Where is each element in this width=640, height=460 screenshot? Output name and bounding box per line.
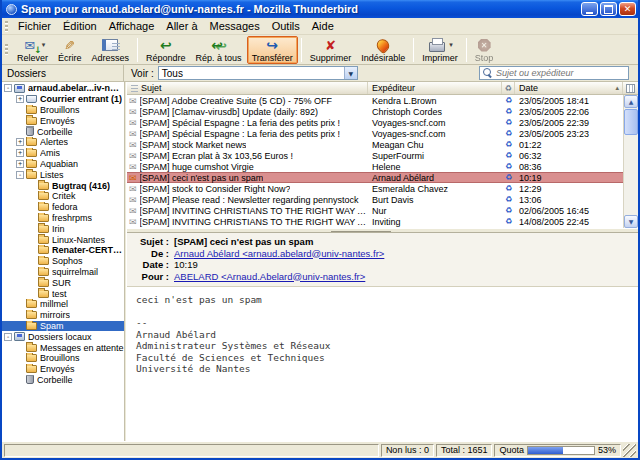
search-input[interactable] (496, 68, 625, 78)
ecrire-button[interactable]: Écrire (53, 36, 87, 64)
menu-aller-a[interactable]: Aller à (160, 19, 203, 33)
menu-fichier[interactable]: Fichier (12, 19, 57, 33)
message-sender: Helene (368, 162, 502, 172)
folder-icon (38, 257, 49, 265)
view-filter-select[interactable]: Tous ▼ (158, 66, 358, 80)
folder-spam[interactable]: Spam (2, 321, 124, 332)
collapse-icon[interactable]: - (4, 84, 12, 92)
resize-grip[interactable] (623, 444, 636, 457)
dropdown-arrow-icon[interactable]: ▾ (449, 41, 453, 49)
repondre-button[interactable]: Répondre (141, 36, 191, 64)
message-row[interactable]: ✉[SPAM] huge cumshot VirgieHelene♻08:36 (127, 161, 623, 172)
column-header-junk[interactable]: ♻ (502, 82, 515, 94)
folder-bugtraq-416[interactable]: Bugtraq (416) (2, 180, 124, 191)
folder-mirroirs[interactable]: mirroirs (2, 310, 124, 321)
message-row[interactable]: ✉[SPAM] Adobe Creative Suite (5 CD) - 75… (127, 95, 623, 106)
message-row[interactable]: ✉[SPAM] [Clamav-virusdb] Update (daily: … (127, 106, 623, 117)
menu-outils[interactable]: Outils (266, 19, 306, 33)
column-picker-button[interactable] (623, 82, 638, 94)
message-list-scrollbar[interactable]: ▲ ▼ (623, 95, 638, 228)
message-row[interactable]: ✉[SPAM] Ecran plat à 3x 103,56 Euros !Su… (127, 150, 623, 161)
message-row[interactable]: ✉[SPAM] stock to Consider Right Now?Esme… (127, 183, 623, 194)
menu-aide[interactable]: Aide (306, 19, 340, 33)
message-row[interactable]: ✉[SPAM] Spécial Espagne : La feria des p… (127, 128, 623, 139)
folder-arnaud-abelar-iv-nantes-fr[interactable]: -arnaud.abelar...iv-nantes.fr (2, 83, 124, 94)
folder-courrier-entrant-1[interactable]: +Courrier entrant (1) (2, 94, 124, 105)
dropdown-arrow-icon[interactable]: ▾ (42, 41, 46, 49)
folder-renater-cert-7[interactable]: Renater-CERT (7) (2, 245, 124, 256)
folder-fedora[interactable]: fedora (2, 202, 124, 213)
expand-icon[interactable]: + (16, 95, 24, 103)
menu-messages[interactable]: Messages (204, 19, 266, 33)
imprimer-button[interactable]: ▾Imprimer (417, 36, 463, 64)
folder-test[interactable]: test (2, 288, 124, 299)
column-header-sender[interactable]: Expéditeur (368, 82, 502, 94)
expander-spacer (28, 182, 36, 190)
rep-a-tous-button[interactable]: Rép. à tous (191, 36, 247, 64)
expand-icon[interactable]: + (16, 149, 24, 157)
scrollbar-track[interactable] (624, 108, 638, 215)
toolbar-grip[interactable] (5, 44, 8, 55)
transferer-button[interactable]: Transférer (247, 36, 298, 64)
toolbar-button-label: Relever (17, 53, 48, 63)
folder-dossiers-locaux[interactable]: -Dossiers locaux (2, 331, 124, 342)
folder-messages-en-attente[interactable]: Messages en attente (2, 342, 124, 353)
close-button[interactable] (619, 2, 636, 16)
folder-amis[interactable]: +Amis (2, 148, 124, 159)
folder-aquabian[interactable]: +Aquabian (2, 159, 124, 170)
folder-alertes[interactable]: +Alertes (2, 137, 124, 148)
inbox-icon (26, 95, 37, 103)
scroll-down-icon[interactable]: ▼ (624, 215, 638, 228)
scrollbar-thumb[interactable] (624, 109, 638, 135)
folder-envoyes[interactable]: Envoyés (2, 364, 124, 375)
folder-icon (26, 300, 37, 308)
column-header-subject[interactable]: Sujet (127, 82, 368, 94)
expand-icon[interactable]: + (16, 160, 24, 168)
adresses-button[interactable]: Adresses (87, 36, 135, 64)
folder-sophos[interactable]: Sophos (2, 256, 124, 267)
collapse-icon[interactable]: - (16, 171, 24, 179)
folder-corbeille[interactable]: Corbeille (2, 375, 124, 386)
folder-brouillons[interactable]: Brouillons (2, 105, 124, 116)
message-row[interactable]: ✉[SPAM] stock Market newsMeagan Chu♻01:2… (127, 139, 623, 150)
junk-status-icon: ♻ (502, 195, 515, 204)
minimize-button[interactable] (581, 2, 598, 16)
folder-label: Brouillons (40, 105, 80, 115)
from-address-link[interactable]: Arnaud Abélard <arnaud.abelard@univ-nant… (174, 248, 384, 260)
folder-brouillons[interactable]: Brouillons (2, 353, 124, 364)
relever-button[interactable]: ▾Relever (12, 36, 53, 64)
folder-critek[interactable]: Critek (2, 191, 124, 202)
chevron-down-icon[interactable]: ▼ (344, 67, 357, 79)
preview-splitter[interactable] (127, 228, 638, 233)
menubar-grip[interactable] (5, 21, 8, 32)
folder-envoyes[interactable]: Envoyés (2, 115, 124, 126)
stop-button[interactable]: Stop (470, 36, 499, 64)
message-row[interactable]: ✉[SPAM] INVITING CHRISTIANS TO THE RIGHT… (127, 205, 623, 216)
menu-affichage[interactable]: Affichage (103, 19, 161, 33)
title-bar[interactable]: Spam pour arnaud.abelard@univ-nantes.fr … (2, 0, 638, 18)
expand-icon[interactable]: + (16, 138, 24, 146)
folder-listes[interactable]: -Listes (2, 169, 124, 180)
search-box[interactable] (479, 66, 629, 80)
message-subject: [SPAM] stock Market news (140, 140, 247, 150)
menu-edition[interactable]: Édition (57, 19, 103, 33)
scroll-up-icon[interactable]: ▲ (624, 95, 638, 108)
folder-squirrelmail[interactable]: squirrelmail (2, 267, 124, 278)
folder-linux-nantes[interactable]: Linux-Nantes (2, 234, 124, 245)
message-row[interactable]: ✉[SPAM] Spécial Espagne : La feria des p… (127, 117, 623, 128)
folder-corbeille[interactable]: Corbeille (2, 126, 124, 137)
folder-millmel[interactable]: millmel (2, 299, 124, 310)
message-row[interactable]: ✉[SPAM] Please read : Newsletter regardi… (127, 194, 623, 205)
to-address-link[interactable]: ABELARD <Arnaud.Abelard@univ-nantes.fr> (174, 271, 365, 283)
maximize-button[interactable] (600, 2, 617, 16)
indesirable-button[interactable]: Indésirable (356, 36, 410, 64)
collapse-icon[interactable]: - (4, 333, 12, 341)
folder-sur[interactable]: SUR (2, 277, 124, 288)
message-row[interactable]: ✉[SPAM] ceci n'est pas un spamArnaud Abé… (127, 172, 623, 183)
folder-irin[interactable]: Irin (2, 223, 124, 234)
folder-icon (38, 268, 49, 276)
column-header-date[interactable]: Date ▴ (515, 82, 623, 94)
message-row[interactable]: ✉[SPAM] INVITING CHRISTIANS TO THE RIGHT… (127, 216, 623, 227)
supprimer-button[interactable]: Supprimer (305, 36, 357, 64)
folder-freshrpms[interactable]: freshrpms (2, 213, 124, 224)
